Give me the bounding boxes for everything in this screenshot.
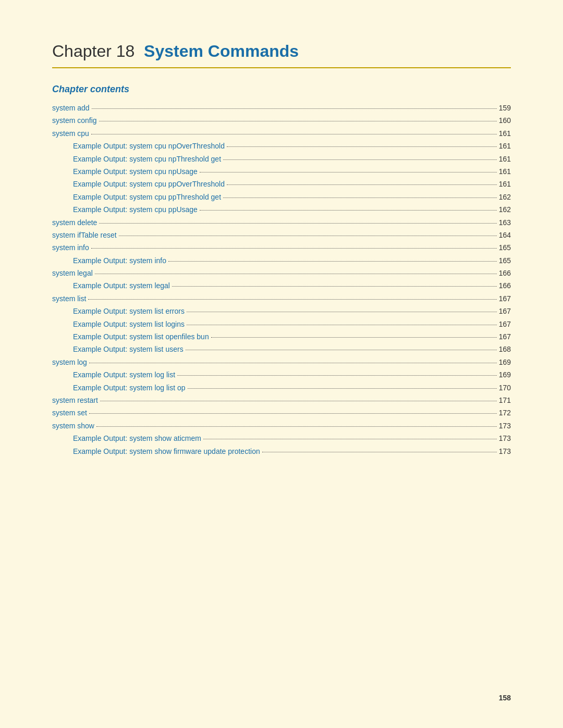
- toc-label: system cpu: [52, 128, 89, 139]
- toc-table: system add159system config160system cpu1…: [52, 102, 511, 457]
- toc-row[interactable]: Example Output: system show firmware upd…: [52, 446, 511, 457]
- toc-page: 162: [499, 191, 511, 203]
- toc-label: system legal: [52, 267, 93, 279]
- toc-page: 171: [499, 394, 511, 406]
- toc-dots: [91, 134, 497, 134]
- toc-label: Example Output: system cpu npThreshold g…: [73, 153, 221, 165]
- toc-label: system set: [52, 407, 87, 418]
- toc-dots: [172, 286, 497, 287]
- toc-page: 169: [499, 369, 511, 380]
- toc-dots: [89, 363, 497, 363]
- toc-dots: [177, 375, 497, 376]
- toc-label: system ifTable reset: [52, 229, 117, 241]
- toc-page: 173: [499, 433, 511, 444]
- toc-label: system info: [52, 242, 89, 253]
- toc-row[interactable]: Example Output: system info165: [52, 255, 511, 266]
- toc-label: Example Output: system show aticmem: [73, 433, 201, 444]
- toc-dots: [200, 172, 497, 172]
- toc-dots: [119, 236, 497, 236]
- toc-page: 161: [499, 178, 511, 190]
- chapter-number: Chapter 18: [52, 42, 134, 60]
- toc-label: Example Output: system cpu ppThreshold g…: [73, 191, 221, 203]
- toc-row[interactable]: Example Output: system cpu ppOverThresho…: [52, 178, 511, 190]
- toc-page: 167: [499, 293, 511, 304]
- toc-row[interactable]: Example Output: system list users168: [52, 343, 511, 355]
- toc-row[interactable]: system ifTable reset164: [52, 229, 511, 241]
- toc-dots: [187, 325, 497, 325]
- toc-row[interactable]: Example Output: system cpu npUsage161: [52, 166, 511, 177]
- toc-label: Example Output: system legal: [73, 280, 170, 291]
- toc-label: Example Output: system info: [73, 255, 166, 266]
- toc-page: 159: [499, 102, 511, 114]
- toc-page: 172: [499, 407, 511, 418]
- toc-dots: [227, 146, 497, 147]
- toc-page: 165: [499, 242, 511, 253]
- page: Chapter 18 System Commands Chapter conte…: [0, 0, 563, 728]
- toc-row[interactable]: Example Output: system list errors167: [52, 305, 511, 317]
- toc-label: system log: [52, 356, 87, 368]
- toc-label: Example Output: system list errors: [73, 305, 185, 317]
- toc-row[interactable]: Example Output: system log list169: [52, 369, 511, 380]
- chapter-title: Chapter 18 System Commands: [52, 42, 511, 61]
- toc-label: Example Output: system list logins: [73, 318, 185, 330]
- toc-page: 166: [499, 280, 511, 291]
- toc-dots: [100, 401, 497, 401]
- chapter-header: Chapter 18 System Commands: [52, 42, 511, 68]
- toc-page: 170: [499, 382, 511, 393]
- toc-page: 161: [499, 153, 511, 165]
- toc-row[interactable]: Example Output: system show aticmem173: [52, 433, 511, 444]
- toc-page: 165: [499, 255, 511, 266]
- toc-row[interactable]: Example Output: system list logins167: [52, 318, 511, 330]
- toc-page: 162: [499, 204, 511, 215]
- toc-page: 166: [499, 267, 511, 279]
- toc-label: Example Output: system cpu ppOverThresho…: [73, 178, 225, 190]
- toc-dots: [188, 388, 497, 389]
- toc-dots: [88, 299, 496, 300]
- toc-page: 168: [499, 343, 511, 355]
- toc-row[interactable]: system delete163: [52, 217, 511, 228]
- toc-row[interactable]: Example Output: system log list op170: [52, 382, 511, 393]
- toc-row[interactable]: Example Output: system cpu ppThreshold g…: [52, 191, 511, 203]
- toc-dots: [95, 274, 497, 274]
- toc-row[interactable]: Example Output: system list openfiles bu…: [52, 331, 511, 342]
- toc-page: 160: [499, 115, 511, 126]
- toc-dots: [91, 248, 497, 249]
- toc-page: 167: [499, 305, 511, 317]
- toc-label: Example Output: system cpu npUsage: [73, 166, 198, 177]
- toc-row[interactable]: system show173: [52, 420, 511, 431]
- toc-dots: [92, 108, 497, 109]
- toc-row[interactable]: Example Output: system cpu npThreshold g…: [52, 153, 511, 165]
- toc-row[interactable]: system info165: [52, 242, 511, 253]
- toc-row[interactable]: system cpu161: [52, 128, 511, 139]
- toc-label: system add: [52, 102, 90, 114]
- toc-dots: [187, 312, 497, 312]
- toc-row[interactable]: system set172: [52, 407, 511, 418]
- toc-label: Example Output: system log list op: [73, 382, 186, 393]
- toc-label: Example Output: system show firmware upd…: [73, 446, 260, 457]
- toc-dots: [186, 350, 497, 350]
- toc-label: system show: [52, 420, 94, 431]
- toc-dots: [168, 261, 497, 262]
- toc-row[interactable]: system log169: [52, 356, 511, 368]
- toc-row[interactable]: system legal166: [52, 267, 511, 279]
- toc-page: 167: [499, 331, 511, 342]
- chapter-contents-section: Chapter contents system add159system con…: [52, 84, 511, 457]
- toc-dots: [89, 413, 497, 414]
- toc-page: 161: [499, 166, 511, 177]
- toc-label: Example Output: system list users: [73, 343, 183, 355]
- toc-page: 173: [499, 420, 511, 431]
- toc-label: Example Output: system cpu npOverThresho…: [73, 140, 225, 152]
- toc-label: Example Output: system list openfiles bu…: [73, 331, 209, 342]
- toc-row[interactable]: system config160: [52, 115, 511, 126]
- toc-row[interactable]: Example Output: system cpu ppUsage162: [52, 204, 511, 215]
- toc-row[interactable]: system restart171: [52, 394, 511, 406]
- toc-row[interactable]: Example Output: system legal166: [52, 280, 511, 291]
- toc-page: 163: [499, 217, 511, 228]
- toc-row[interactable]: Example Output: system cpu npOverThresho…: [52, 140, 511, 152]
- toc-row[interactable]: system list167: [52, 293, 511, 304]
- chapter-title-bold: System Commands: [144, 42, 299, 60]
- toc-row[interactable]: system add159: [52, 102, 511, 114]
- toc-label: system list: [52, 293, 86, 304]
- page-number: 158: [499, 694, 511, 702]
- toc-label: system config: [52, 115, 97, 126]
